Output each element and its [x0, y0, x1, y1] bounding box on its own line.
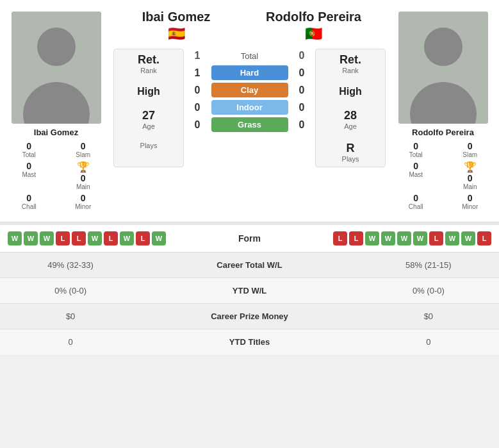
form-badge-l: L [104, 231, 118, 245]
right-player-name-top: Rodolfo Pereira [266, 10, 361, 24]
right-player-name: Rodolfo Pereira [412, 128, 474, 137]
form-badge-w: W [120, 231, 134, 245]
left-trophy-icon: 🏆 [77, 161, 90, 173]
form-badge-w: W [40, 231, 54, 245]
left-player-name: Ibai Gomez [34, 128, 78, 137]
left-player-avatar [12, 12, 101, 124]
left-player-card: Ibai Gomez 0 Total 0 Slam 0 Mast 🏆 0 Ma [0, 6, 112, 215]
right-clay-score: 0 [292, 85, 311, 96]
left-clay-score: 0 [188, 85, 207, 96]
right-stats-col: Ret. Rank High 28 Age R Plays [315, 49, 386, 167]
right-mast-value: 0 [413, 161, 418, 171]
right-age-block: 28 Age [344, 109, 357, 130]
right-total-stat: 0 Total [392, 141, 440, 158]
form-badge-w: W [381, 231, 395, 245]
stats-right-val: $0 [358, 304, 499, 329]
left-mast-label: Mast [22, 171, 36, 178]
stats-right-val: 58% (21-15) [358, 253, 499, 278]
right-rank-block: Ret. Rank [339, 53, 361, 74]
stats-row: 0 YTD Titles 0 [0, 329, 499, 355]
svg-point-4 [424, 28, 462, 66]
form-badge-w: W [461, 231, 475, 245]
left-main-value: 0 [81, 173, 86, 183]
right-slam-value: 0 [468, 141, 473, 151]
form-badge-w: W [24, 231, 38, 245]
left-rank-val: Ret. [138, 53, 160, 67]
left-total-value: 0 [26, 141, 31, 151]
right-total-value: 0 [413, 141, 418, 151]
right-plays-block: R Plays [342, 142, 359, 163]
right-grass-score: 0 [292, 119, 311, 131]
right-player-stats: 0 Total 0 Slam 0 Mast 🏆 0 Main 0 [392, 141, 494, 210]
scores-grid: Ret. Rank High 27 Age Plays [112, 47, 387, 169]
left-chall-label: Chall [22, 203, 37, 210]
left-main-label: Main [76, 183, 90, 190]
total-label: Total [224, 51, 275, 61]
left-indoor-score: 0 [188, 102, 207, 113]
hard-row: 1 Hard 0 [188, 65, 311, 80]
form-badge-l: L [349, 231, 363, 245]
left-player-stats: 0 Total 0 Slam 0 Mast 🏆 0 Main 0 [5, 141, 107, 210]
total-row: 1 Total 0 [188, 49, 311, 63]
main-container: Ibai Gomez 0 Total 0 Slam 0 Mast 🏆 0 Ma [0, 0, 499, 354]
left-minor-stat: 0 Minor [60, 193, 108, 210]
right-main-stat: 🏆 0 Main [446, 161, 495, 190]
form-badge-w: W [365, 231, 379, 245]
left-chall-stat: 0 Chall [5, 193, 53, 210]
form-badge-w: W [413, 231, 427, 245]
left-chall-value: 0 [26, 193, 31, 203]
left-age-val: 27 [142, 109, 155, 122]
left-flag: 🇪🇸 [168, 26, 185, 42]
right-player-avatar [398, 12, 488, 124]
left-slam-value: 0 [81, 141, 86, 151]
left-high-lbl: High [137, 86, 160, 97]
left-main-stat: 🏆 0 Main [60, 161, 108, 190]
form-badge-w: W [152, 231, 166, 245]
form-badge-w: W [88, 231, 102, 245]
players-section: Ibai Gomez 0 Total 0 Slam 0 Mast 🏆 0 Ma [0, 0, 499, 222]
right-player-header: Rodolfo Pereira 🇵🇹 [266, 10, 361, 42]
stats-right-val: 0% (0-0) [358, 278, 499, 304]
right-indoor-score: 0 [292, 102, 311, 113]
right-high-block: High [339, 86, 362, 97]
stats-left-val: 0% (0-0) [0, 278, 141, 304]
left-grass-score: 0 [188, 119, 207, 131]
form-badge-l: L [56, 231, 70, 245]
right-chall-value: 0 [413, 193, 418, 203]
stats-label: YTD W/L [141, 278, 357, 304]
stats-left-val: $0 [0, 304, 141, 329]
left-age-lbl: Age [142, 122, 155, 130]
right-age-val: 28 [344, 109, 357, 122]
left-minor-value: 0 [81, 193, 86, 203]
left-player-header: Ibai Gomez 🇪🇸 [138, 10, 215, 42]
left-high-block: High [137, 86, 160, 97]
form-badge-w: W [397, 231, 411, 245]
stats-label: YTD Titles [141, 329, 357, 355]
right-plays-lbl: Plays [342, 155, 359, 163]
left-hard-score: 1 [188, 67, 207, 79]
stats-row: 0% (0-0) YTD W/L 0% (0-0) [0, 278, 499, 304]
left-total-score: 1 [188, 50, 207, 62]
clay-row: 0 Clay 0 [188, 83, 311, 97]
right-rank-val: Ret. [339, 53, 361, 67]
form-label: Form [238, 233, 261, 244]
middle-section: Ibai Gomez 🇪🇸 Rodolfo Pereira 🇵🇹 Ret. Ra… [112, 6, 387, 215]
left-rank-lbl: Rank [140, 67, 157, 74]
right-form-badges: LLWWWWLWWL [333, 231, 491, 245]
stats-table: 49% (32-33) Career Total W/L 58% (21-15)… [0, 252, 499, 354]
stats-right-val: 0 [358, 329, 499, 355]
right-high-lbl: High [339, 86, 362, 97]
form-badge-l: L [477, 231, 491, 245]
left-player-name-top: Ibai Gomez [142, 10, 211, 24]
clay-button: Clay [211, 83, 288, 97]
stats-label: Career Prize Money [141, 304, 357, 329]
stats-row: $0 Career Prize Money $0 [0, 304, 499, 329]
right-chall-label: Chall [409, 203, 423, 210]
left-total-stat: 0 Total [5, 141, 53, 158]
left-plays-lbl: Plays [140, 142, 158, 149]
stats-left-val: 49% (32-33) [0, 253, 141, 278]
form-badge-w: W [445, 231, 459, 245]
right-total-label: Total [409, 151, 423, 158]
stats-left-val: 0 [0, 329, 141, 355]
left-mast-stat: 0 Mast [5, 161, 53, 190]
